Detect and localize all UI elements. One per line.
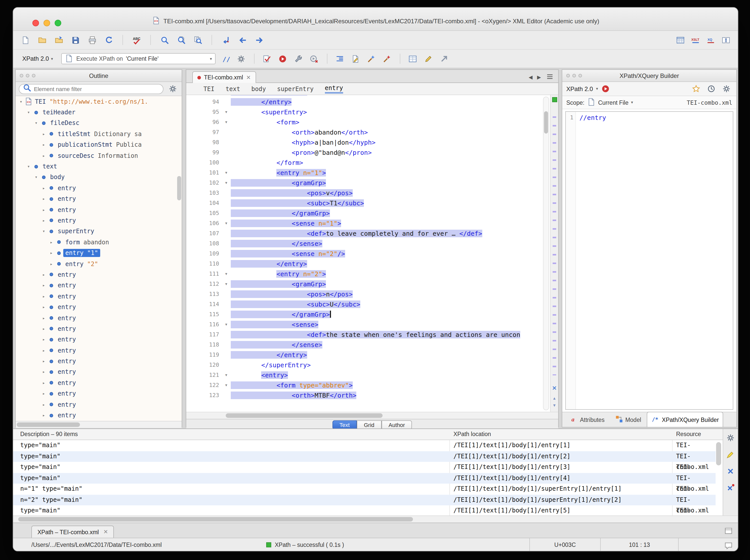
tree-twisty-icon[interactable]: ▸ bbox=[40, 402, 47, 407]
xquery-debugger-icon[interactable]: XQ bbox=[705, 33, 716, 46]
result-row-3[interactable]: type="main"/TEI[1]/text[1]/body[1]/entry… bbox=[13, 462, 716, 473]
outline-item-entry[interactable]: ▸entry bbox=[16, 215, 182, 226]
outline-item-entry[interactable]: ▸entry bbox=[16, 388, 182, 399]
column-xpath-location[interactable]: XPath location bbox=[453, 431, 491, 437]
outline-item-entry[interactable]: ▸entry bbox=[16, 183, 182, 194]
tree-twisty-icon[interactable]: ▸ bbox=[40, 315, 47, 320]
outline-item-entry[interactable]: ▸entry bbox=[16, 334, 182, 345]
code-line-121[interactable]: 121▾ <entry> bbox=[186, 370, 542, 380]
code-line-102[interactable]: 102▾ <gramGrp> bbox=[186, 178, 542, 188]
code-line-120[interactable]: 120 </superEntry> bbox=[186, 360, 542, 370]
outline-item-sourceDesc[interactable]: ▸sourceDescInformation bbox=[16, 150, 182, 161]
close-tab-icon[interactable]: ✕ bbox=[103, 528, 108, 535]
compare-icon[interactable] bbox=[719, 33, 732, 46]
pencil-icon[interactable] bbox=[422, 52, 434, 65]
tree-twisty-icon[interactable]: ▸ bbox=[40, 272, 47, 277]
code-line-111[interactable]: 111▾ <entry n="2"> bbox=[186, 269, 542, 279]
breadcrumb-item-TEI[interactable]: TEI bbox=[203, 85, 214, 92]
tree-twisty-icon[interactable]: ▸ bbox=[40, 294, 47, 299]
outline-horizontal-scrollbar[interactable] bbox=[16, 421, 182, 428]
code-line-99[interactable]: 99 <pron>@"band@n</pron> bbox=[186, 148, 542, 158]
fold-toggle-icon[interactable]: ▾ bbox=[222, 168, 231, 178]
column-resource[interactable]: Resource bbox=[676, 431, 701, 437]
tree-twisty-icon[interactable]: ▸ bbox=[40, 413, 47, 418]
outline-item-entry[interactable]: ▸entry bbox=[16, 323, 182, 334]
save-icon[interactable] bbox=[69, 33, 81, 46]
outline-item-entry[interactable]: ▸entry bbox=[16, 269, 182, 280]
tree-twisty-icon[interactable]: ▸ bbox=[40, 326, 47, 331]
xpath-expression-combo[interactable]: Execute XPath on 'Current File' ▾ bbox=[61, 53, 215, 64]
fold-toggle-icon[interactable]: ▾ bbox=[222, 370, 231, 380]
outline-item-entry[interactable]: ▸entry bbox=[16, 345, 182, 356]
tree-twisty-icon[interactable]: ▸ bbox=[40, 142, 47, 147]
outline-item-text[interactable]: ▾text bbox=[16, 161, 182, 172]
outline-item-teiHeader[interactable]: ▾teiHeader bbox=[16, 107, 182, 118]
grid-view-icon[interactable] bbox=[674, 33, 686, 46]
outline-item-body[interactable]: ▾body bbox=[16, 172, 182, 183]
breadcrumb-item-body[interactable]: body bbox=[251, 85, 266, 92]
result-row-2[interactable]: type="main"/TEI[1]/text[1]/body[1]/entry… bbox=[13, 451, 716, 462]
clear-icon[interactable] bbox=[725, 464, 736, 478]
close-tab-icon[interactable]: ✕ bbox=[246, 74, 251, 81]
spell-check-icon[interactable]: ABC bbox=[131, 33, 143, 46]
tree-twisty-icon[interactable]: ▸ bbox=[48, 251, 55, 256]
code-line-106[interactable]: 106▾ <sense n="1"> bbox=[186, 219, 542, 229]
code-line-93[interactable]: 93 </sense> bbox=[186, 95, 542, 97]
scope-select[interactable]: Current File bbox=[598, 99, 629, 105]
editor-area[interactable]: 93 </sense>94 </entry>95▾ <superEntry>96… bbox=[186, 95, 558, 412]
view-tab-xpath-xquery-builder[interactable]: /*XPath/XQuery Builder bbox=[647, 412, 724, 427]
code-line-108[interactable]: 108 </sense> bbox=[186, 239, 542, 249]
outline-item-entry-selected[interactable]: ▸entry"1" bbox=[16, 247, 182, 259]
prev-marker-icon[interactable]: ▲ bbox=[551, 396, 558, 401]
code-line-118[interactable]: 118 </sense> bbox=[186, 340, 542, 350]
tree-twisty-icon[interactable]: ▸ bbox=[40, 391, 47, 396]
clear-all-icon[interactable] bbox=[725, 481, 736, 494]
outline-item-fileDesc[interactable]: ▾fileDesc bbox=[16, 118, 182, 129]
view-tab-attributes[interactable]: aAttributes bbox=[565, 412, 609, 427]
view-tab-model[interactable]: Model bbox=[610, 412, 646, 427]
fold-toggle-icon[interactable]: ▾ bbox=[222, 178, 231, 188]
prev-editor-icon[interactable]: ◀ bbox=[529, 74, 532, 80]
outline-item-entry[interactable]: ▸entry bbox=[16, 194, 182, 204]
tree-twisty-icon[interactable]: ▸ bbox=[40, 348, 47, 353]
editor-horizontal-scrollbar[interactable] bbox=[186, 412, 558, 419]
element-filter-input[interactable] bbox=[34, 86, 159, 92]
tree-twisty-icon[interactable]: ▸ bbox=[40, 283, 47, 288]
nav-arrow-icon[interactable] bbox=[438, 52, 450, 65]
refresh-icon[interactable] bbox=[103, 33, 115, 46]
code-line-96[interactable]: 96▾ <form> bbox=[186, 117, 542, 127]
settings-gear-icon[interactable] bbox=[720, 82, 732, 95]
element-filter-box[interactable] bbox=[19, 84, 163, 94]
outline-item-entry[interactable]: ▸entry bbox=[16, 399, 182, 410]
code-line-110[interactable]: 110 </entry> bbox=[186, 259, 542, 269]
result-row-1[interactable]: type="main"/TEI[1]/text[1]/body[1]/entry… bbox=[13, 440, 716, 451]
code-line-115[interactable]: 115 </gramGrp> bbox=[186, 309, 542, 320]
forward-icon[interactable] bbox=[253, 33, 265, 46]
code-line-101[interactable]: 101▾ <entry n="1"> bbox=[186, 168, 542, 178]
editor-tab[interactable]: TEI-combo.xml ✕ bbox=[192, 71, 256, 83]
xpath-version-select[interactable]: XPath 2.0 ▾ bbox=[19, 54, 56, 63]
breadcrumb-item-superEntry[interactable]: superEntry bbox=[277, 85, 314, 92]
result-row-7[interactable]: type="main"/TEI[1]/text[1]/body[1]/entry… bbox=[13, 505, 716, 516]
xpath-results-tab[interactable]: XPath – TEI-combo.xml ✕ bbox=[32, 526, 114, 538]
code-line-113[interactable]: 113 <pos>n</pos> bbox=[186, 289, 542, 299]
panel-icon[interactable] bbox=[724, 527, 733, 537]
outline-item-entry[interactable]: ▸entry bbox=[16, 377, 182, 388]
outline-item-entry[interactable]: ▸entry bbox=[16, 367, 182, 378]
outline-item-superEntry[interactable]: ▾superEntry bbox=[16, 226, 182, 237]
history-icon[interactable] bbox=[705, 82, 717, 95]
wrench-icon[interactable] bbox=[292, 52, 304, 65]
outline-item-entry[interactable]: ▸entry bbox=[16, 410, 182, 421]
highlight-pen-icon[interactable] bbox=[725, 448, 736, 461]
outline-item-publicationStmt[interactable]: ▸publicationStmtPublica bbox=[16, 139, 182, 150]
doc-edit-icon[interactable] bbox=[350, 52, 361, 65]
fold-toggle-icon[interactable]: ▾ bbox=[222, 117, 231, 127]
favorites-star-icon[interactable] bbox=[690, 82, 702, 95]
wand-red-icon[interactable] bbox=[381, 52, 393, 65]
tree-twisty-icon[interactable]: ▸ bbox=[40, 380, 47, 385]
code-line-104[interactable]: 104 <subc>T1</subc> bbox=[186, 198, 542, 208]
outline-item-entry[interactable]: ▸entry"2" bbox=[16, 259, 182, 269]
outline-item-entry[interactable]: ▸entry bbox=[16, 356, 182, 367]
next-marker-icon[interactable]: ▼ bbox=[551, 403, 558, 408]
outline-item-entry[interactable]: ▸entry bbox=[16, 280, 182, 291]
